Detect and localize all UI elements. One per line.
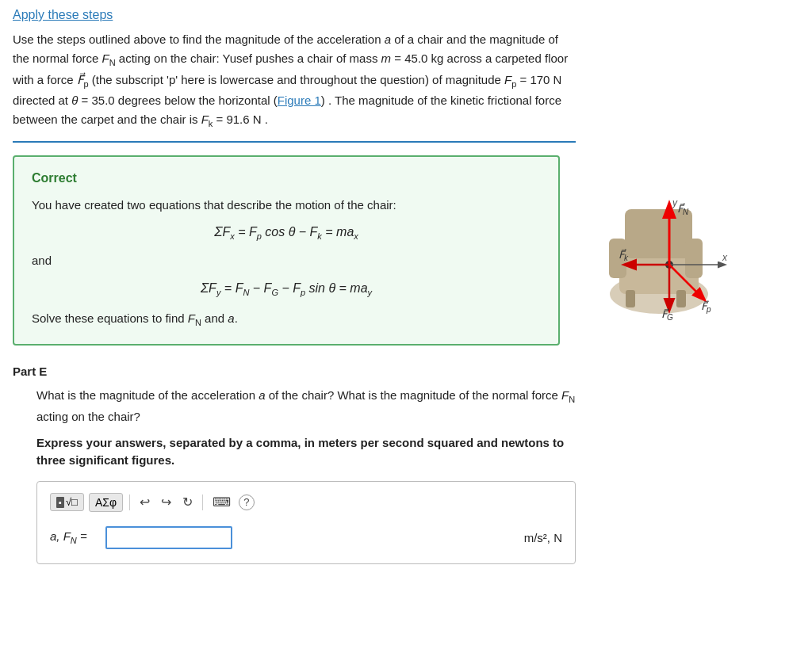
keyboard-btn[interactable]: ⌨: [209, 493, 234, 511]
svg-rect-5: [626, 290, 635, 307]
figure-link[interactable]: Figure 1: [278, 94, 321, 107]
answer-unit: m/s², N: [524, 531, 562, 544]
svg-text:F⃗N: F⃗N: [677, 203, 689, 216]
answer-box: ▪ √□ ΑΣφ ↩ ↪ ↻ ⌨ ? a, FN = m/s², N: [36, 481, 576, 564]
greek-btn[interactable]: ΑΣφ: [89, 493, 123, 512]
svg-text:y: y: [672, 197, 678, 208]
svg-rect-2: [625, 209, 692, 258]
svg-text:x: x: [722, 252, 728, 263]
svg-text:F⃗p: F⃗p: [701, 300, 711, 314]
refresh-btn[interactable]: ↻: [179, 493, 196, 511]
chair-diagram-svg: F⃗N F⃗k F⃗G F⃗p x y: [576, 155, 734, 330]
help-btn[interactable]: ?: [239, 494, 255, 510]
section-divider: [13, 141, 576, 143]
svg-rect-4: [685, 239, 703, 278]
equation-2: ΣFy = FN − FG − Fp sin θ = may: [32, 277, 541, 300]
correct-body: You have created two equations that desc…: [32, 195, 541, 330]
toolbar-separator-1: [129, 494, 130, 510]
main-layout: Correct You have created two equations t…: [13, 155, 799, 346]
correct-title: Correct: [32, 171, 541, 185]
correct-desc: You have created two equations that desc…: [32, 195, 541, 216]
toolbar-separator-2: [202, 494, 203, 510]
answer-input[interactable]: [105, 526, 232, 549]
answer-label: a, FN =: [50, 529, 98, 545]
redo-btn[interactable]: ↪: [158, 493, 174, 511]
answer-row: a, FN = m/s², N: [50, 526, 562, 549]
part-e-label: Part E: [13, 365, 576, 378]
part-e-instruction: Express your answers, separated by a com…: [36, 434, 576, 470]
and-text: and: [32, 250, 541, 271]
correct-box: Correct You have created two equations t…: [13, 155, 560, 346]
intro-paragraph: Use the steps outlined above to find the…: [13, 30, 576, 132]
toolbar: ▪ √□ ΑΣφ ↩ ↪ ↻ ⌨ ?: [50, 493, 562, 515]
block-icon-btn[interactable]: ▪ √□: [50, 493, 84, 511]
svg-rect-6: [676, 290, 686, 307]
sqrt-icon: √□: [66, 496, 78, 508]
solve-text: Solve these equations to find FN and a.: [32, 308, 541, 330]
chair-diagram: F⃗N F⃗k F⃗G F⃗p x y: [576, 155, 734, 330]
equation-1: ΣFx = Fp cos θ − Fk = max: [32, 221, 541, 244]
part-e-section: Part E What is the magnitude of the acce…: [13, 365, 576, 564]
apply-title[interactable]: Apply these steps: [13, 8, 799, 22]
part-e-question: What is the magnitude of the acceleratio…: [36, 386, 576, 426]
undo-btn[interactable]: ↩: [136, 493, 153, 511]
block-icon: ▪: [56, 497, 64, 508]
